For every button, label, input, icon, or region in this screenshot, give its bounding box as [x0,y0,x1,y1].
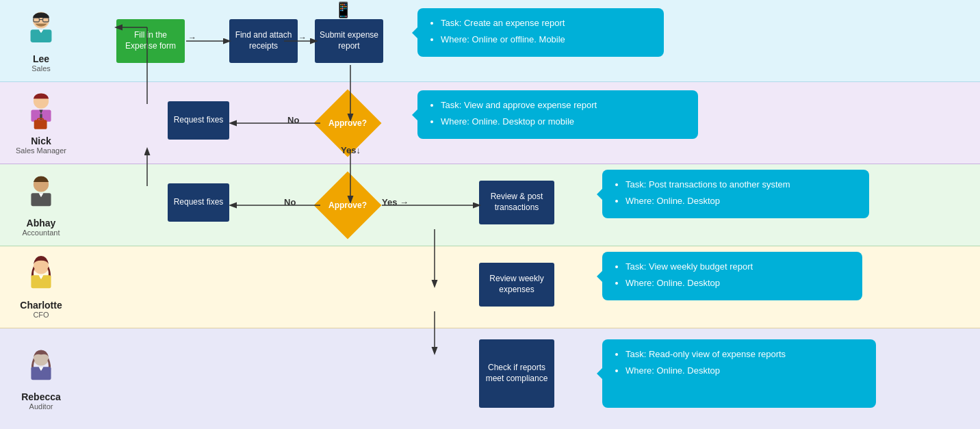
actor-rebecca: Rebecca Auditor [0,328,82,429]
actor-role-lee: Sales [31,64,51,73]
swimlane-nick: Nick Sales Manager Request fixes No Appr… [0,82,980,164]
callout-lee-bullet2: Where: Online or offline. Mobile [441,33,653,47]
swimlane-rebecca: Rebecca Auditor Check if reports meet co… [0,328,980,429]
callout-abhay-bullet1: Task: Post transactions to another syste… [626,178,858,192]
callout-rebecca: Task: Read-only view of expense reports … [602,339,876,408]
callout-charlotte-bullet2: Where: Online. Desktop [626,276,851,290]
device-icon-lee: 📱 [334,1,352,19]
callout-lee-bullet1: Task: Create an expense report [441,16,653,30]
swimlane-charlotte: Charlotte CFO Review weekly expenses Tas… [0,246,980,328]
label-lee-arrow2: → [298,33,307,42]
box-review-weekly: Review weekly expenses [479,263,554,307]
actor-name-charlotte: Charlotte [20,300,62,311]
actor-name-nick: Nick [31,135,51,146]
avatar-lee [21,10,62,51]
diamond-approve-abhay: Approve? [320,178,375,233]
label-no-nick: No [287,115,299,125]
label-yes-abhay: Yes → [382,197,409,207]
avatar-nick [21,92,62,133]
label-lee-arrow1: → [188,33,196,42]
flow-charlotte: Review weekly expenses Task: View weekly… [82,246,980,328]
box-fill-expense: Fill in the Expense form [116,19,185,63]
callout-abhay: Task: Post transactions to another syste… [602,170,869,218]
callout-rebecca-bullet2: Where: Online. Desktop [626,364,865,378]
label-yes-nick: Yes↓ [341,145,361,155]
actor-name-rebecca: Rebecca [21,391,61,402]
avatar-rebecca [21,348,62,389]
avatar-charlotte [21,256,62,297]
actor-name-abhay: Abhay [27,218,56,229]
swimlane-abhay: Abhay Accountant Request fixes No Approv… [0,164,980,246]
callout-charlotte: Task: View weekly budget report Where: O… [602,252,862,300]
actor-nick: Nick Sales Manager [0,82,82,164]
actor-name-lee: Lee [33,53,49,64]
actor-lee: Lee Sales [0,0,82,81]
callout-nick-bullet2: Where: Online. Desktop or mobile [441,115,687,129]
callout-nick: Task: View and approve expense report Wh… [417,90,698,139]
actor-charlotte: Charlotte CFO [0,246,82,328]
diagram: Lee Sales 📱 Fill in the Expense form Fin… [0,0,980,429]
swimlane-lee: Lee Sales 📱 Fill in the Expense form Fin… [0,0,980,82]
box-submit-expense: Submit expense report [315,19,383,63]
callout-rebecca-bullet1: Task: Read-only view of expense reports [626,348,865,361]
flow-nick: Request fixes No Approve? Yes↓ Task: Vie… [82,82,980,164]
actor-abhay: Abhay Accountant [0,164,82,246]
callout-abhay-bullet2: Where: Online. Desktop [626,194,858,208]
avatar-abhay [21,174,62,215]
actor-role-charlotte: CFO [33,311,49,319]
box-find-attach: Find and attach receipts [229,19,298,63]
box-request-fixes-abhay: Request fixes [168,183,229,222]
callout-nick-bullet1: Task: View and approve expense report [441,99,687,112]
actor-role-nick: Sales Manager [16,146,66,155]
box-review-post: Review & post transactions [479,181,554,224]
box-check-compliance: Check if reports meet compliance [479,339,554,408]
callout-charlotte-bullet1: Task: View weekly budget report [626,260,851,274]
flow-abhay: Request fixes No Approve? Yes → Review &… [82,164,980,246]
flow-rebecca: Check if reports meet compliance Task: R… [82,328,980,429]
callout-lee: Task: Create an expense report Where: On… [417,8,664,57]
diamond-approve-nick: Approve? [320,96,375,151]
actor-role-abhay: Accountant [22,229,60,237]
actor-role-rebecca: Auditor [29,402,53,411]
flow-lee: 📱 Fill in the Expense form Find and atta… [82,0,980,81]
label-no-abhay: No [284,197,296,207]
box-request-fixes-nick: Request fixes [168,101,229,140]
